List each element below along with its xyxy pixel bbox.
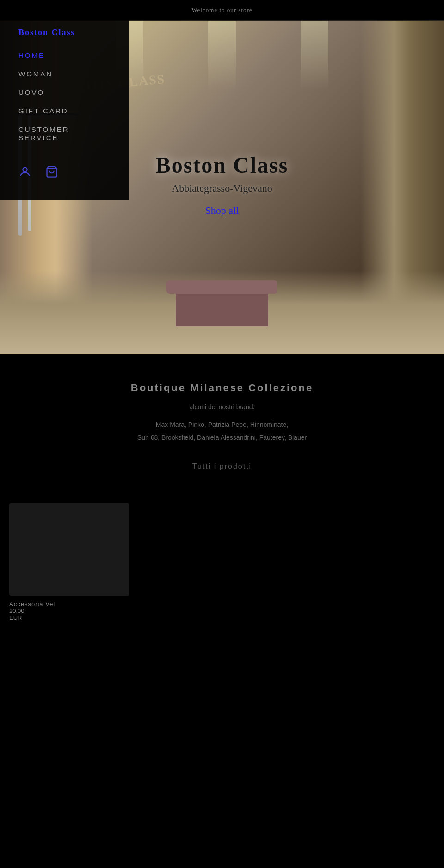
shop-all-link[interactable]: Shop all [205,205,239,216]
categories-title: Tutti i prodotti [9,462,435,471]
svg-point-0 [23,168,27,172]
top-banner: Welcome to our store [0,0,444,21]
product-price: 20,00 [9,607,130,614]
brands-section-title: Boutique Milanese Collezione [9,382,435,394]
sidebar-nav: HOME WOMAN UOVO GIFT CARD CUSTOMER SERVI… [18,51,111,142]
brands-section: Boutique Milanese Collezione alcuni dei … [0,354,444,503]
brands-line-2: Sun 68, Brooksfield, Daniela Alessandrin… [9,431,435,444]
cart-icon[interactable] [45,165,58,181]
sidebar-icons [18,165,111,181]
sidebar-item-uovo[interactable]: UOVO [18,88,111,97]
product-card: Accessoria Vel 20,00 EUR [9,503,130,621]
sidebar-item-giftcard[interactable]: GIFT CARD [18,107,111,115]
sidebar-item-woman[interactable]: WOMAN [18,70,111,78]
brands-list: Max Mara, Pinko, Patrizia Pepe, Hinnomin… [9,418,435,444]
ceiling-light-3 [301,21,328,90]
hero-subtitle: Abbiategrasso-Vigevano [156,182,289,194]
product-name: Accessoria Vel [9,600,130,607]
sidebar-link-home[interactable]: HOME [18,51,45,59]
sidebar-link-woman[interactable]: WOMAN [18,70,53,78]
banner-text: Welcome to our store [191,6,252,13]
sofa [176,289,268,326]
brands-line-1: Max Mara, Pinko, Patrizia Pepe, Hinnomin… [9,418,435,431]
sidebar: Boston Class HOME WOMAN UOVO GIFT CARD C… [0,19,130,200]
hero-title: Boston Class [156,152,289,178]
ceiling-light-2 [208,21,236,90]
user-icon[interactable] [18,165,31,181]
products-section: Accessoria Vel 20,00 EUR [0,503,444,640]
hero-content: Boston Class Abbiategrasso-Vigevano Shop… [156,152,289,217]
product-currency: EUR [9,614,130,621]
sidebar-link-service[interactable]: CUSTOMER SERVICE [18,125,69,142]
sidebar-logo[interactable]: Boston Class [18,28,111,37]
sidebar-item-service[interactable]: CUSTOMER SERVICE [18,125,111,142]
brands-subtitle: alcuni dei nostri brand: [9,403,435,411]
sidebar-link-uovo[interactable]: UOVO [18,88,44,96]
product-thumbnail [9,503,130,596]
sidebar-link-giftcard[interactable]: GIFT CARD [18,107,68,115]
sidebar-item-home[interactable]: HOME [18,51,111,60]
